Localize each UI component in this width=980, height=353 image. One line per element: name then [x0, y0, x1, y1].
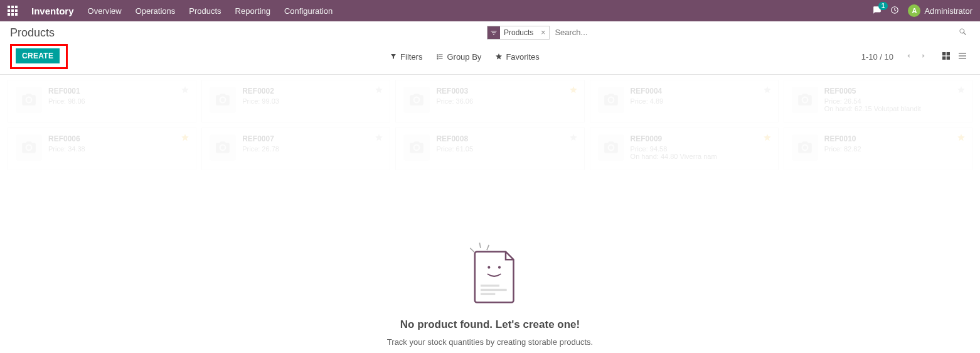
camera-icon: [598, 134, 624, 161]
breadcrumb: Products: [10, 26, 55, 40]
star-icon[interactable]: [957, 133, 966, 144]
product-ref: REF0005: [824, 87, 964, 95]
top-menu-bar: Inventory OverviewOperationsProductsRepo…: [0, 0, 980, 21]
search-icon[interactable]: [956, 28, 970, 38]
product-price: Price: 98.06: [48, 97, 188, 105]
star-icon[interactable]: [569, 133, 578, 144]
svg-point-9: [498, 266, 501, 269]
favorites-label: Favorites: [506, 52, 539, 62]
filters-label: Filters: [400, 52, 422, 62]
product-price: Price: 34.38: [48, 145, 188, 153]
empty-state-title: No product found. Let's create one!: [0, 318, 980, 331]
empty-state: No product found. Let's create one! Trac…: [0, 238, 980, 347]
product-card[interactable]: REF0003Price: 36.06: [395, 80, 584, 122]
camera-icon: [210, 134, 236, 161]
create-button[interactable]: CREATE: [16, 48, 60, 63]
camera-icon: [403, 87, 430, 113]
facet-label: Products: [500, 28, 537, 37]
product-price: Price: 99.03: [242, 97, 382, 105]
product-card[interactable]: REF0007Price: 26.78: [201, 128, 390, 170]
empty-state-desc: Track your stock quantities by creating …: [0, 337, 980, 347]
pager-prev[interactable]: [902, 51, 915, 63]
star-icon[interactable]: [181, 85, 189, 96]
groupby-button[interactable]: Group By: [436, 52, 481, 62]
topbar-left: Inventory OverviewOperationsProductsRepo…: [8, 6, 333, 16]
svg-rect-10: [481, 285, 499, 286]
kanban-background: REF0001Price: 98.06REF0002Price: 99.03RE…: [0, 75, 980, 175]
svg-line-6: [479, 243, 481, 248]
svg-rect-4: [947, 56, 950, 59]
camera-icon: [598, 87, 624, 113]
activities-icon[interactable]: [890, 6, 899, 16]
product-ref: REF0010: [824, 134, 964, 143]
product-ref: REF0003: [436, 87, 576, 95]
star-icon[interactable]: [763, 85, 772, 96]
messaging-icon[interactable]: 1: [873, 6, 881, 16]
product-price: Price: 36.06: [436, 97, 576, 105]
product-onhand: On hand: 62.15 Volutpat blandit: [824, 105, 964, 112]
star-icon[interactable]: [763, 133, 772, 144]
product-price: Price: 26.78: [242, 145, 382, 153]
facet-remove[interactable]: ×: [537, 28, 549, 37]
product-card[interactable]: REF0002Price: 99.03: [201, 80, 390, 122]
star-icon[interactable]: [375, 133, 383, 144]
product-ref: REF0009: [631, 134, 770, 143]
nav-products[interactable]: Products: [189, 6, 221, 16]
nav-configuration[interactable]: Configuration: [284, 6, 333, 16]
favorites-button[interactable]: Favorites: [495, 52, 539, 62]
star-icon[interactable]: [569, 85, 578, 96]
product-ref: REF0004: [631, 87, 770, 95]
camera-icon: [16, 134, 42, 161]
main-content: REF0001Price: 98.06REF0002Price: 99.03RE…: [0, 75, 980, 353]
avatar: A: [908, 4, 920, 17]
topbar-right: 1 A Administrator: [873, 4, 972, 17]
nav-reporting[interactable]: Reporting: [235, 6, 270, 16]
svg-rect-1: [942, 52, 945, 55]
camera-icon: [210, 87, 236, 113]
svg-line-7: [487, 245, 489, 250]
camera-icon: [792, 134, 818, 161]
search-input[interactable]: [550, 25, 956, 40]
product-card[interactable]: REF0010Price: 82.82: [784, 128, 972, 170]
camera-icon: [792, 87, 818, 113]
svg-rect-2: [947, 52, 950, 55]
product-card[interactable]: REF0005Price: 26.54On hand: 62.15 Volutp…: [784, 80, 972, 122]
pager-next[interactable]: [917, 51, 930, 63]
filter-icon: [487, 26, 500, 39]
svg-line-5: [470, 248, 474, 253]
product-card[interactable]: REF0004Price: 4.89: [590, 80, 779, 122]
module-name[interactable]: Inventory: [31, 6, 74, 16]
nav-operations[interactable]: Operations: [136, 6, 176, 16]
product-price: Price: 94.58: [631, 145, 770, 153]
product-ref: REF0006: [48, 134, 188, 143]
product-ref: REF0001: [48, 87, 188, 95]
chat-badge: 1: [878, 2, 888, 10]
filters-button[interactable]: Filters: [390, 52, 422, 62]
product-price: Price: 4.89: [631, 97, 770, 105]
create-highlight: CREATE: [10, 44, 68, 69]
empty-state-illustration: [459, 238, 521, 307]
svg-point-8: [487, 266, 490, 269]
view-kanban[interactable]: [939, 50, 954, 64]
svg-rect-3: [942, 56, 945, 59]
user-menu[interactable]: A Administrator: [908, 4, 972, 17]
product-price: Price: 26.54: [824, 97, 964, 105]
product-card[interactable]: REF0009Price: 94.58On hand: 44.80 Viverr…: [590, 128, 779, 170]
control-panel: Products Products × CREATE: [0, 21, 980, 75]
star-icon[interactable]: [957, 85, 966, 96]
star-icon[interactable]: [375, 85, 383, 96]
product-onhand: On hand: 44.80 Viverra nam: [631, 153, 770, 160]
product-ref: REF0008: [436, 134, 576, 143]
apps-icon[interactable]: [8, 6, 18, 16]
product-card[interactable]: REF0001Price: 98.06: [8, 80, 196, 122]
svg-rect-11: [481, 289, 507, 291]
product-price: Price: 82.82: [824, 145, 964, 153]
user-name: Administrator: [924, 6, 972, 16]
view-list[interactable]: [955, 50, 970, 64]
pager-text: 1-10 / 10: [861, 52, 893, 62]
star-icon[interactable]: [181, 133, 189, 144]
search-facet-products[interactable]: Products ×: [487, 26, 550, 40]
product-card[interactable]: REF0006Price: 34.38: [8, 128, 196, 170]
nav-overview[interactable]: Overview: [88, 6, 122, 16]
product-card[interactable]: REF0008Price: 61.05: [395, 128, 584, 170]
